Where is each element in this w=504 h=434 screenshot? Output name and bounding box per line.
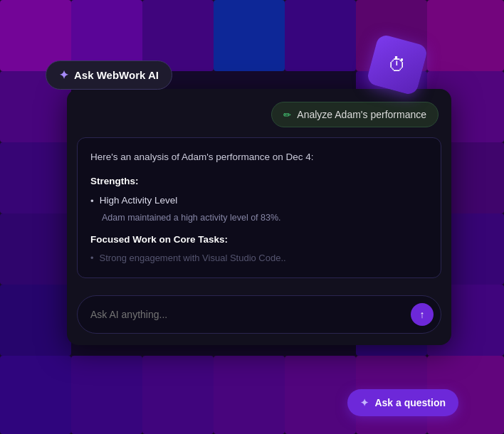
ask-webwork-label: Ask WebWork AI xyxy=(74,69,159,81)
input-area: ↑ xyxy=(67,288,451,345)
ask-question-label: Ask a question xyxy=(374,397,446,408)
input-wrapper: ↑ xyxy=(77,295,441,334)
pencil-icon: ✏ xyxy=(283,110,291,120)
bullet-1-title: High Activity Level xyxy=(100,193,178,208)
strengths-title: Strengths: xyxy=(90,174,428,189)
bullet-2-text: Strong engagement with Visual Studio Cod… xyxy=(100,251,286,266)
main-scene: ✦ Ask WebWork AI ⏱ ✏ Analyze Adam's perf… xyxy=(46,46,458,388)
bullet-dot-1: • xyxy=(90,194,94,209)
send-button[interactable]: ↑ xyxy=(411,303,434,326)
chat-panel: ✏ Analyze Adam's performance Here's an a… xyxy=(67,89,451,345)
send-icon: ↑ xyxy=(420,309,425,320)
sparkle-small-icon: ✦ xyxy=(360,397,369,408)
bullet-1: • High Activity Level xyxy=(90,193,428,209)
bullet-1-sub: Adam maintained a high activity level of… xyxy=(102,211,428,225)
sparkle-icon: ✦ xyxy=(59,68,68,82)
ai-input[interactable] xyxy=(90,309,405,320)
bullet-2: • Strong engagement with Visual Studio C… xyxy=(90,251,428,266)
analysis-response: Here's an analysis of Adam's performance… xyxy=(77,137,441,278)
ask-webwork-button[interactable]: ✦ Ask WebWork AI xyxy=(46,60,172,90)
analysis-intro-text: Here's an analysis of Adam's performance… xyxy=(90,149,428,165)
ask-question-button[interactable]: ✦ Ask a question xyxy=(347,389,458,416)
logo-icon: ⏱ xyxy=(388,54,406,76)
analyze-pill-label: Analyze Adam's performance xyxy=(297,109,426,120)
bullet-dot-2: • xyxy=(90,251,94,266)
analyze-pill[interactable]: ✏ Analyze Adam's performance xyxy=(271,102,439,127)
focused-title: Focused Work on Core Tasks: xyxy=(90,232,428,248)
